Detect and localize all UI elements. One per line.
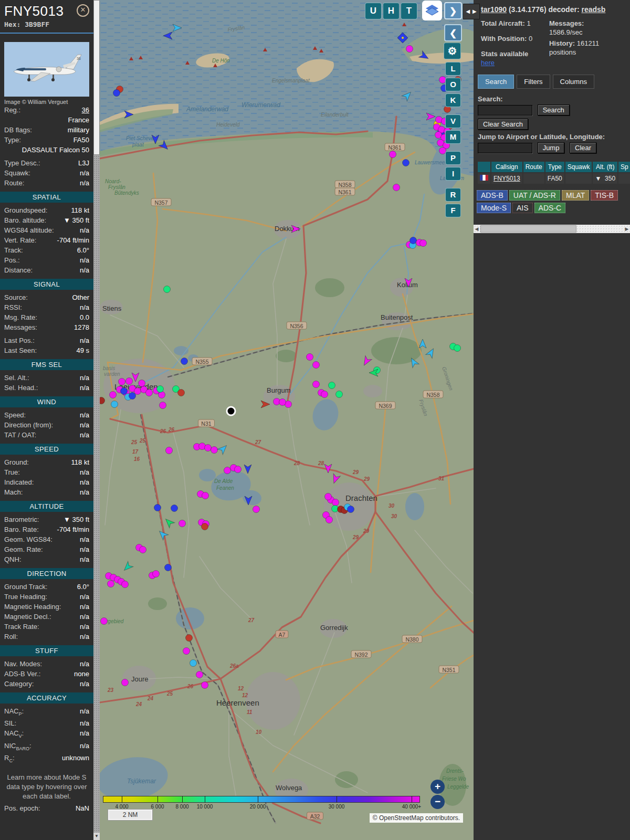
map-button-L[interactable]: L [445, 62, 461, 76]
exit-number: 30 [391, 513, 397, 519]
history-dot [134, 388, 141, 395]
history-dot [332, 499, 339, 506]
data-row: Mach:n/a [0, 487, 93, 497]
road-shield-label: N369 [379, 403, 392, 409]
exit-number: 25 [131, 439, 138, 445]
chevron-left-icon: ❮ [449, 28, 457, 38]
jump-input[interactable] [478, 143, 532, 153]
plus-icon: + [435, 781, 440, 792]
sidebar-scrollbar-thumb[interactable] [93, 0, 100, 155]
scroll-left-arrow[interactable]: ◀ [474, 225, 480, 233]
zoom-out-button[interactable]: − [430, 795, 445, 809]
badge-tis-b: TIS-B [591, 190, 618, 201]
column-header[interactable]: Callsign [491, 162, 522, 172]
road-shield-label: N356 [290, 323, 303, 329]
history-dot [154, 505, 161, 511]
data-row: Magnetic Heading:n/a [0, 602, 93, 612]
row-label: Messages: [4, 323, 37, 332]
expand-panel-button[interactable]: ❯ [444, 2, 462, 19]
map-button-M[interactable]: M [445, 130, 461, 144]
scroll-right-arrow[interactable]: ▶ [624, 225, 630, 233]
readsb-link[interactable]: readsb [581, 5, 605, 14]
history-dot [190, 660, 197, 667]
map-label: Engelsmanplaat [272, 78, 310, 83]
row-label: WGS84 altitude: [4, 226, 54, 235]
row-label: Groundspeed: [4, 206, 47, 215]
row-value: n/a [22, 555, 90, 564]
row-value: 49 s [37, 346, 89, 355]
sidebar-scrollbar[interactable]: ▼ [93, 0, 100, 840]
map-button-R[interactable]: R [445, 188, 461, 202]
column-header[interactable]: Sp [618, 162, 630, 172]
map-button-P[interactable]: P [445, 151, 461, 165]
reg-link[interactable]: 36 [20, 106, 89, 114]
row-value: ▼ 350 ft [39, 516, 89, 524]
column-header[interactable]: Route [523, 162, 544, 172]
history-dot [166, 447, 173, 454]
map-button-O[interactable]: O [445, 78, 461, 91]
history-dot [224, 467, 231, 474]
road-shield-label: A7 [279, 632, 286, 638]
jump-clear-button[interactable]: Clear [570, 142, 596, 153]
altitude-legend-bar [103, 796, 420, 803]
callsign-link[interactable]: FNY5013 [494, 175, 520, 182]
map-button-I[interactable]: I [445, 167, 461, 181]
row-label: TAT / OAT: [4, 431, 36, 439]
row-label: Type: [4, 136, 21, 144]
map-button-U[interactable]: U [365, 3, 382, 19]
panel-horizontal-scrollbar[interactable]: ◀ ▶ [474, 225, 630, 233]
row-value: 0.0 [37, 313, 89, 322]
panel-scrollbar-thumb[interactable] [480, 225, 576, 233]
aircraft-photo[interactable]: 36 [4, 42, 89, 97]
data-row: Geom. WGS84:n/a [0, 534, 93, 544]
search-input[interactable] [478, 105, 532, 116]
map-label: Drents- [446, 768, 464, 774]
map-button-V[interactable]: V [445, 114, 461, 128]
tab-filters[interactable]: Filters [517, 75, 550, 89]
map-button-F[interactable]: F [445, 204, 461, 217]
tab-columns[interactable]: Columns [553, 75, 594, 89]
map-button-K[interactable]: K [445, 93, 461, 107]
map-label: Eilanderbult [321, 112, 349, 118]
history-label: History: [549, 39, 575, 47]
panel-toggle-button[interactable]: ◀ ▶ [463, 4, 480, 19]
data-row: Sel. Alt.:n/a [0, 373, 93, 383]
legend-tick [122, 796, 122, 803]
selected-aircraft-marker[interactable] [227, 407, 235, 415]
row-value: DASSAULT Falcon 50 [4, 146, 89, 154]
aircraft-table-row[interactable]: FNY5013 FA50 ▼ 350 [478, 173, 630, 184]
search-button[interactable]: Search [538, 104, 570, 116]
zoom-in-button[interactable]: + [430, 780, 445, 794]
sidebar-scrollbar-down-arrow[interactable]: ▼ [93, 833, 100, 840]
row-value: FA50 [21, 136, 89, 144]
collapse-panel-button[interactable]: ❮ [444, 24, 462, 41]
settings-button[interactable]: ⚙ [444, 43, 461, 59]
stats-available-label: Stats available [481, 50, 528, 58]
badge-uat-ads-r: UAT / ADS-R [509, 190, 560, 201]
column-header[interactable] [478, 162, 490, 172]
osm-attribution: © OpenStreetMap contributors. [370, 813, 463, 823]
tab-search[interactable]: Search [478, 75, 514, 89]
map-button-T[interactable]: T [401, 3, 417, 19]
history-dot [325, 494, 332, 500]
tar1090-link[interactable]: tar1090 [481, 5, 507, 14]
row-label: SIL: [4, 719, 16, 728]
section-header-direction: DIRECTION [0, 568, 93, 579]
map-button-H[interactable]: H [383, 3, 400, 19]
column-header[interactable]: Squawk [565, 162, 592, 172]
column-header[interactable]: Type [545, 162, 564, 172]
layers-button[interactable] [422, 1, 442, 20]
stats-here-link[interactable]: here [481, 59, 495, 67]
column-header[interactable]: Alt. (ft) [593, 162, 617, 172]
map-label: basis [103, 365, 115, 371]
data-row: RSSI:n/a [0, 302, 93, 312]
data-row: Source:Other [0, 292, 93, 302]
row-label: Category: [4, 680, 34, 688]
map-label: Wolvega [276, 784, 302, 792]
row-value: n/a [42, 660, 89, 668]
row-value: n/a [29, 374, 89, 382]
jump-button[interactable]: Jump [538, 142, 565, 153]
close-icon[interactable]: ✕ [77, 4, 89, 17]
map-canvas[interactable]: FryslânDe HônEngelsmanplaatAmelanderwadW… [100, 0, 474, 840]
clear-search-button[interactable]: Clear Search [478, 119, 528, 130]
